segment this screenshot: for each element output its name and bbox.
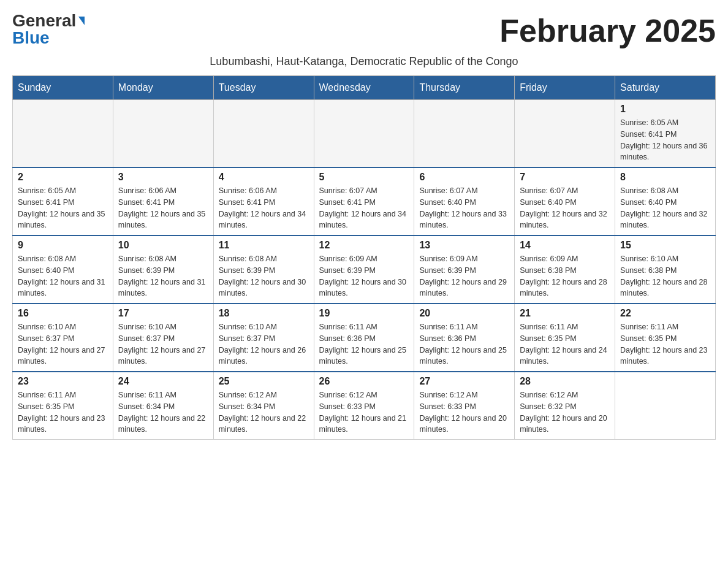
day-number: 24 <box>118 376 208 387</box>
calendar-cell: 5Sunrise: 6:07 AMSunset: 6:41 PMDaylight… <box>314 167 414 236</box>
day-info: Sunrise: 6:11 AMSunset: 6:34 PMDaylight:… <box>118 389 208 435</box>
day-info: Sunrise: 6:05 AMSunset: 6:41 PMDaylight:… <box>18 185 108 231</box>
day-info: Sunrise: 6:11 AMSunset: 6:36 PMDaylight:… <box>319 321 409 367</box>
day-info: Sunrise: 6:07 AMSunset: 6:40 PMDaylight:… <box>419 185 509 231</box>
calendar-cell: 16Sunrise: 6:10 AMSunset: 6:37 PMDayligh… <box>13 304 113 372</box>
day-info: Sunrise: 6:05 AMSunset: 6:41 PMDaylight:… <box>620 117 710 163</box>
day-number: 2 <box>18 172 108 183</box>
day-info: Sunrise: 6:10 AMSunset: 6:37 PMDaylight:… <box>219 321 309 367</box>
day-info: Sunrise: 6:09 AMSunset: 6:39 PMDaylight:… <box>419 253 509 299</box>
calendar-cell: 15Sunrise: 6:10 AMSunset: 6:38 PMDayligh… <box>615 236 716 304</box>
day-info: Sunrise: 6:10 AMSunset: 6:37 PMDaylight:… <box>118 321 208 367</box>
day-of-week-header: Thursday <box>414 76 515 100</box>
day-number: 17 <box>118 308 208 319</box>
calendar-cell: 9Sunrise: 6:08 AMSunset: 6:40 PMDaylight… <box>13 236 113 304</box>
calendar-cell: 19Sunrise: 6:11 AMSunset: 6:36 PMDayligh… <box>314 304 414 372</box>
day-info: Sunrise: 6:08 AMSunset: 6:40 PMDaylight:… <box>620 185 710 231</box>
day-of-week-header: Monday <box>113 76 213 100</box>
calendar-cell: 18Sunrise: 6:10 AMSunset: 6:37 PMDayligh… <box>213 304 314 372</box>
calendar-header-row: SundayMondayTuesdayWednesdayThursdayFrid… <box>13 76 716 100</box>
calendar-cell: 4Sunrise: 6:06 AMSunset: 6:41 PMDaylight… <box>213 167 314 236</box>
logo-arrow-icon <box>78 17 85 25</box>
calendar-cell: 2Sunrise: 6:05 AMSunset: 6:41 PMDaylight… <box>13 167 113 236</box>
calendar-cell <box>113 100 213 168</box>
day-of-week-header: Wednesday <box>314 76 414 100</box>
day-number: 5 <box>319 172 409 183</box>
calendar-cell: 25Sunrise: 6:12 AMSunset: 6:34 PMDayligh… <box>213 372 314 440</box>
day-number: 15 <box>620 240 710 251</box>
day-of-week-header: Tuesday <box>213 76 314 100</box>
calendar-cell: 3Sunrise: 6:06 AMSunset: 6:41 PMDaylight… <box>113 167 213 236</box>
day-info: Sunrise: 6:11 AMSunset: 6:35 PMDaylight:… <box>18 389 108 435</box>
day-number: 25 <box>219 376 309 387</box>
day-info: Sunrise: 6:11 AMSunset: 6:35 PMDaylight:… <box>620 321 710 367</box>
logo-blue-text: Blue <box>12 29 50 47</box>
calendar-cell: 28Sunrise: 6:12 AMSunset: 6:32 PMDayligh… <box>515 372 615 440</box>
calendar-week-row: 2Sunrise: 6:05 AMSunset: 6:41 PMDaylight… <box>13 167 716 236</box>
day-number: 14 <box>520 240 610 251</box>
location-subtitle: Lubumbashi, Haut-Katanga, Democratic Rep… <box>12 55 716 68</box>
day-info: Sunrise: 6:08 AMSunset: 6:39 PMDaylight:… <box>219 253 309 299</box>
calendar-cell: 1Sunrise: 6:05 AMSunset: 6:41 PMDaylight… <box>615 100 716 168</box>
day-number: 27 <box>419 376 509 387</box>
calendar-cell: 26Sunrise: 6:12 AMSunset: 6:33 PMDayligh… <box>314 372 414 440</box>
logo: General Blue <box>12 12 85 47</box>
day-of-week-header: Friday <box>515 76 615 100</box>
calendar-cell: 8Sunrise: 6:08 AMSunset: 6:40 PMDaylight… <box>615 167 716 236</box>
day-number: 7 <box>520 172 610 183</box>
day-info: Sunrise: 6:12 AMSunset: 6:33 PMDaylight:… <box>419 389 509 435</box>
calendar-cell <box>314 100 414 168</box>
month-title: February 2025 <box>499 12 716 49</box>
calendar-cell: 27Sunrise: 6:12 AMSunset: 6:33 PMDayligh… <box>414 372 515 440</box>
day-info: Sunrise: 6:09 AMSunset: 6:39 PMDaylight:… <box>319 253 409 299</box>
day-info: Sunrise: 6:06 AMSunset: 6:41 PMDaylight:… <box>118 185 208 231</box>
calendar-cell: 7Sunrise: 6:07 AMSunset: 6:40 PMDaylight… <box>515 167 615 236</box>
day-info: Sunrise: 6:12 AMSunset: 6:34 PMDaylight:… <box>219 389 309 435</box>
day-info: Sunrise: 6:08 AMSunset: 6:40 PMDaylight:… <box>18 253 108 299</box>
calendar-week-row: 1Sunrise: 6:05 AMSunset: 6:41 PMDaylight… <box>13 100 716 168</box>
calendar-week-row: 9Sunrise: 6:08 AMSunset: 6:40 PMDaylight… <box>13 236 716 304</box>
calendar-cell: 20Sunrise: 6:11 AMSunset: 6:36 PMDayligh… <box>414 304 515 372</box>
day-number: 16 <box>18 308 108 319</box>
day-info: Sunrise: 6:10 AMSunset: 6:37 PMDaylight:… <box>18 321 108 367</box>
calendar-cell <box>13 100 113 168</box>
day-of-week-header: Sunday <box>13 76 113 100</box>
day-number: 18 <box>219 308 309 319</box>
calendar-cell <box>213 100 314 168</box>
calendar-cell: 10Sunrise: 6:08 AMSunset: 6:39 PMDayligh… <box>113 236 213 304</box>
calendar-cell: 14Sunrise: 6:09 AMSunset: 6:38 PMDayligh… <box>515 236 615 304</box>
day-number: 3 <box>118 172 208 183</box>
day-info: Sunrise: 6:12 AMSunset: 6:32 PMDaylight:… <box>520 389 610 435</box>
calendar-week-row: 23Sunrise: 6:11 AMSunset: 6:35 PMDayligh… <box>13 372 716 440</box>
day-number: 4 <box>219 172 309 183</box>
logo-general-text: General <box>12 12 76 29</box>
day-number: 9 <box>18 240 108 251</box>
day-info: Sunrise: 6:11 AMSunset: 6:36 PMDaylight:… <box>419 321 509 367</box>
day-number: 12 <box>319 240 409 251</box>
day-number: 11 <box>219 240 309 251</box>
calendar-cell <box>414 100 515 168</box>
calendar-table: SundayMondayTuesdayWednesdayThursdayFrid… <box>12 75 716 440</box>
page-header: General Blue February 2025 <box>12 12 716 49</box>
day-number: 13 <box>419 240 509 251</box>
calendar-cell <box>615 372 716 440</box>
day-of-week-header: Saturday <box>615 76 716 100</box>
calendar-cell: 23Sunrise: 6:11 AMSunset: 6:35 PMDayligh… <box>13 372 113 440</box>
calendar-cell: 17Sunrise: 6:10 AMSunset: 6:37 PMDayligh… <box>113 304 213 372</box>
day-number: 19 <box>319 308 409 319</box>
day-number: 21 <box>520 308 610 319</box>
calendar-cell: 24Sunrise: 6:11 AMSunset: 6:34 PMDayligh… <box>113 372 213 440</box>
day-info: Sunrise: 6:10 AMSunset: 6:38 PMDaylight:… <box>620 253 710 299</box>
day-number: 22 <box>620 308 710 319</box>
calendar-cell: 22Sunrise: 6:11 AMSunset: 6:35 PMDayligh… <box>615 304 716 372</box>
day-number: 1 <box>620 104 710 115</box>
day-number: 10 <box>118 240 208 251</box>
day-number: 26 <box>319 376 409 387</box>
day-number: 28 <box>520 376 610 387</box>
day-info: Sunrise: 6:11 AMSunset: 6:35 PMDaylight:… <box>520 321 610 367</box>
calendar-cell: 6Sunrise: 6:07 AMSunset: 6:40 PMDaylight… <box>414 167 515 236</box>
day-number: 8 <box>620 172 710 183</box>
calendar-cell: 21Sunrise: 6:11 AMSunset: 6:35 PMDayligh… <box>515 304 615 372</box>
calendar-cell: 13Sunrise: 6:09 AMSunset: 6:39 PMDayligh… <box>414 236 515 304</box>
day-info: Sunrise: 6:06 AMSunset: 6:41 PMDaylight:… <box>219 185 309 231</box>
